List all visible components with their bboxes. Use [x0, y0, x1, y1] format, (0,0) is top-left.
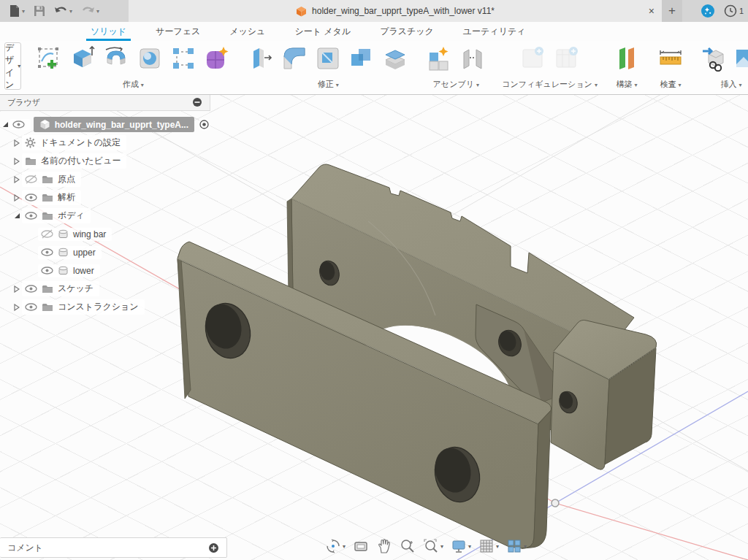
visibility-eye-icon[interactable] — [12, 120, 25, 129]
tab-surface[interactable]: サーフェス — [141, 22, 215, 41]
workspace-selector[interactable]: デザイン▾ — [4, 42, 21, 90]
body-cylinder-icon — [58, 248, 69, 258]
look-at-button[interactable] — [351, 537, 370, 556]
zoom-button[interactable] — [398, 537, 417, 556]
tab-plastic[interactable]: プラスチック — [365, 22, 449, 41]
collapsed-triangle-icon[interactable] — [14, 158, 20, 165]
origin-point[interactable] — [552, 499, 559, 507]
close-document-button[interactable]: × — [649, 0, 654, 22]
tab-utilities[interactable]: ユーティリティ — [449, 22, 541, 41]
extrude-icon — [69, 45, 96, 72]
undo-caret-icon: ▾ — [69, 8, 72, 15]
expanded-triangle-icon[interactable] — [2, 121, 9, 128]
insert-canvas-icon — [735, 45, 748, 72]
orbit-button[interactable]: ▾ — [324, 537, 347, 556]
tree-row-document-settings[interactable]: ドキュメントの設定 — [0, 134, 210, 152]
tree-row-body-upper[interactable]: upper — [0, 243, 210, 261]
comment-bar[interactable]: コメント — [0, 537, 227, 558]
hole-button[interactable] — [135, 44, 164, 73]
extrude-button[interactable] — [68, 44, 97, 73]
collapsed-triangle-icon[interactable] — [14, 176, 20, 183]
folder-icon — [42, 211, 53, 220]
undo-button[interactable]: ▾ — [51, 1, 75, 20]
navigation-toolbar: ▾ ▾ ▾ ▾ ▾ — [324, 535, 528, 557]
tab-solid[interactable]: ソリッド — [76, 22, 141, 41]
tree-row-analysis[interactable]: 解析 — [0, 188, 210, 207]
group-label-insert[interactable]: 挿入 ▾ — [720, 79, 741, 90]
grid-settings-button[interactable]: ▾ — [477, 537, 500, 556]
visibility-eye-icon[interactable] — [41, 248, 53, 256]
combine-button[interactable] — [347, 44, 376, 73]
pattern-button[interactable] — [169, 44, 198, 73]
new-tab-button[interactable]: + — [662, 0, 682, 22]
construct-plane-button[interactable] — [612, 44, 641, 73]
file-menu-button[interactable]: ▾ — [6, 1, 28, 20]
new-component-icon — [426, 45, 452, 72]
visibility-eye-icon[interactable] — [41, 266, 53, 275]
grid-caret-icon: ▾ — [496, 543, 499, 550]
joint-button[interactable] — [458, 44, 487, 73]
group-label-modify[interactable]: 修正 ▾ — [318, 79, 339, 90]
chamfer-button[interactable] — [313, 44, 343, 73]
tree-row-construction[interactable]: コンストラクション — [0, 298, 210, 316]
display-settings-button[interactable]: ▾ — [449, 537, 473, 556]
activate-radio-icon[interactable] — [199, 120, 209, 129]
create-sketch-button[interactable] — [34, 44, 64, 73]
visibility-eye-icon[interactable] — [25, 212, 37, 220]
fit-icon — [423, 538, 439, 554]
fillet-button[interactable] — [280, 44, 309, 73]
browser-header[interactable]: ブラウザ — [0, 94, 210, 111]
insert-canvas-button[interactable] — [733, 44, 748, 73]
clock-icon — [724, 4, 737, 18]
collapsed-triangle-icon[interactable] — [14, 194, 20, 202]
job-status-button[interactable]: 1 — [724, 4, 744, 18]
revolve-icon — [103, 45, 129, 72]
tab-sheet-metal[interactable]: シート メタル — [280, 22, 365, 41]
fit-button[interactable]: ▾ — [421, 537, 445, 556]
collapse-panel-icon[interactable] — [192, 97, 202, 107]
collapsed-triangle-icon[interactable] — [14, 304, 20, 311]
group-label-inspect[interactable]: 検査 ▾ — [660, 79, 681, 90]
collapsed-triangle-icon[interactable] — [14, 285, 20, 293]
tree-row-body-wing-bar[interactable]: wing bar — [0, 225, 210, 243]
tree-row-sketches[interactable]: スケッチ — [0, 280, 210, 298]
collapsed-triangle-icon[interactable] — [14, 139, 20, 147]
extensions-icon[interactable] — [701, 4, 715, 18]
group-label-assembly[interactable]: アセンブリ ▾ — [433, 79, 479, 90]
tree-row-named-views[interactable]: 名前の付いたビュー — [0, 152, 210, 170]
press-pull-button[interactable] — [246, 44, 275, 73]
add-comment-icon[interactable] — [208, 542, 219, 553]
tree-row-origin[interactable]: 原点 — [0, 170, 210, 188]
visibility-eye-icon[interactable] — [25, 193, 37, 202]
group-label-configuration[interactable]: コンフィギュレーション ▾ — [502, 79, 598, 90]
save-button[interactable] — [31, 1, 48, 20]
visibility-off-icon[interactable] — [25, 174, 37, 184]
expanded-triangle-icon[interactable] — [14, 212, 20, 219]
visibility-off-icon[interactable] — [41, 229, 53, 239]
tree-row-root[interactable]: holder_wing_bar_upprt_typeA... — [0, 115, 210, 134]
offset-face-button[interactable] — [381, 44, 410, 73]
root-component[interactable]: holder_wing_bar_upprt_typeA... — [34, 117, 194, 132]
pan-button[interactable] — [375, 537, 394, 556]
tree-row-bodies[interactable]: ボディ — [0, 207, 210, 225]
display-caret-icon: ▾ — [468, 543, 471, 550]
viewports-button[interactable]: ▾ — [505, 537, 528, 556]
revolve-button[interactable] — [102, 44, 131, 73]
tree-row-body-lower[interactable]: lower — [0, 261, 210, 280]
body-rear-bar[interactable] — [551, 320, 657, 469]
redo-button[interactable]: ▾ — [78, 1, 102, 20]
new-component-button[interactable] — [424, 44, 454, 73]
visibility-eye-icon[interactable] — [25, 285, 37, 293]
group-label-construct[interactable]: 構築 ▾ — [616, 79, 637, 90]
offset-face-icon — [382, 45, 408, 72]
group-label-create[interactable]: 作成 ▾ — [123, 79, 144, 90]
document-cube-icon — [296, 6, 307, 17]
hole-icon — [137, 45, 163, 72]
document-tab[interactable]: holder_wing_bar_upprt_typeA_with_lower v… — [129, 0, 662, 22]
insert-derive-button[interactable] — [700, 44, 729, 73]
create-form-button[interactable] — [202, 44, 232, 73]
visibility-eye-icon[interactable] — [25, 303, 37, 311]
measure-button[interactable] — [656, 44, 685, 73]
tab-mesh[interactable]: メッシュ — [215, 22, 280, 41]
body-cylinder-icon — [58, 229, 69, 239]
